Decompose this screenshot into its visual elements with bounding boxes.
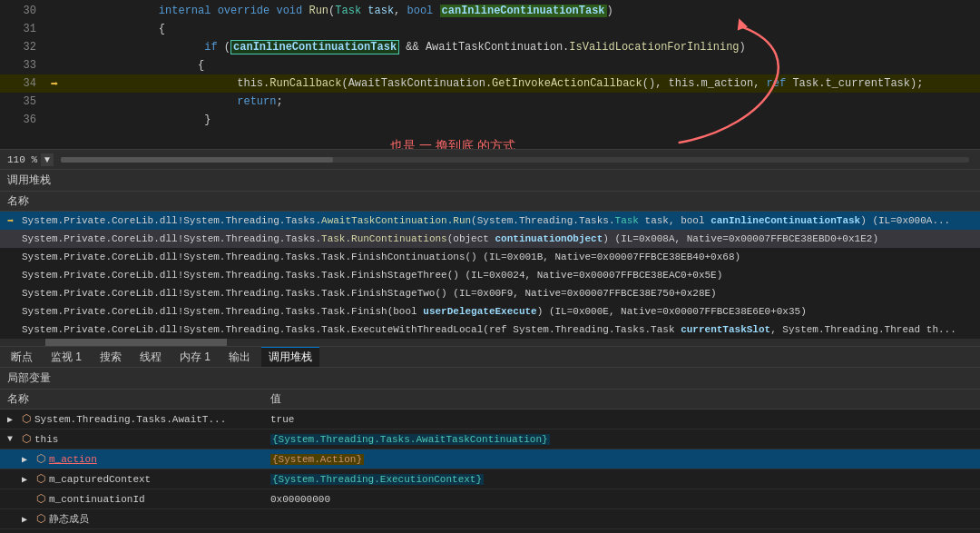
zoom-down-button[interactable]: ▼	[41, 153, 54, 166]
expand-icon-0[interactable]: ▶	[7, 414, 18, 425]
code-line-30: 30 internal override void Run(Task task,…	[0, 2, 980, 20]
stack-item-1[interactable]: System.Private.CoreLib.dll!System.Thread…	[0, 230, 980, 248]
tab-watch1[interactable]: 监视 1	[44, 347, 89, 367]
stack-item-2[interactable]: System.Private.CoreLib.dll!System.Thread…	[0, 248, 980, 266]
tab-memory1[interactable]: 内存 1	[172, 347, 218, 367]
callstack-col-name: 名称	[7, 193, 29, 209]
zoom-level: 110 %	[7, 154, 37, 165]
locals-name-1: ▼ ⬡ this	[0, 432, 263, 446]
locals-value-0: true	[263, 414, 980, 425]
locals-row-1[interactable]: ▼ ⬡ this {System.Threading.Tasks.AwaitTa…	[0, 429, 980, 449]
stack-item-5[interactable]: System.Private.CoreLib.dll!System.Thread…	[0, 302, 980, 321]
zoom-bar: 110 % ▼	[0, 150, 980, 170]
callstack-list: ➡ System.Private.CoreLib.dll!System.Thre…	[0, 212, 980, 339]
locals-value-1: {System.Threading.Tasks.AwaitTaskContinu…	[263, 434, 980, 445]
locals-val-1: {System.Threading.Tasks.AwaitTaskContinu…	[270, 434, 550, 445]
locals-name-5: ▶ ⬡ 静态成员	[0, 512, 263, 526]
locals-row-4[interactable]: ▶ ⬡ m_continuationId 0x00000000	[0, 489, 980, 509]
line-arrow-34: ➡	[45, 76, 64, 92]
stack-item-0[interactable]: ➡ System.Private.CoreLib.dll!System.Thre…	[0, 212, 980, 230]
annotation-text: 也是 一 撸到底 的方式	[390, 138, 515, 150]
locals-icon-2: ⬡	[36, 452, 45, 466]
locals-value-4: 0x00000000	[263, 494, 980, 505]
line-content-34: this.RunCallback(AwaitTaskContinuation.G…	[64, 74, 980, 93]
locals-label-0: System.Threading.Tasks.AwaitT...	[34, 414, 226, 425]
locals-icon-0: ⬡	[22, 412, 31, 426]
locals-val-3: {System.Threading.ExecutionContext}	[270, 474, 484, 485]
tab-breakpoints[interactable]: 断点	[4, 347, 40, 367]
line-content-33: {	[64, 56, 980, 74]
locals-header: 名称 值	[0, 390, 980, 410]
locals-val-0: true	[270, 414, 294, 425]
stack-text-6: System.Private.CoreLib.dll!System.Thread…	[22, 324, 956, 335]
code-lines: 30 internal override void Run(Task task,…	[0, 0, 980, 131]
tab-output[interactable]: 输出	[221, 347, 258, 367]
code-line-34: 34 ➡ this.RunCallback(AwaitTaskContinuat…	[0, 74, 980, 93]
locals-name-2: ▶ ⬡ m_action	[0, 452, 263, 466]
stack-text-5: System.Private.CoreLib.dll!System.Thread…	[22, 306, 807, 317]
line-num-30: 30	[0, 5, 45, 17]
code-line-35: 35 return;	[0, 93, 980, 111]
locals-title: 局部变量	[0, 368, 980, 390]
line-content-35: return;	[64, 93, 980, 111]
line-content-32: if (canInlineContinuationTask && AwaitTa…	[64, 38, 980, 56]
locals-row-0[interactable]: ▶ ⬡ System.Threading.Tasks.AwaitT... tru…	[0, 410, 980, 429]
code-line-33: 33 {	[0, 56, 980, 74]
locals-col-name: 名称	[0, 391, 263, 407]
callstack-panel: 调用堆栈 名称 ➡ System.Private.CoreLib.dll!Sys…	[0, 170, 980, 346]
tab-search[interactable]: 搜索	[93, 347, 129, 367]
locals-val-4: 0x00000000	[270, 494, 330, 505]
tab-callstack[interactable]: 调用堆栈	[261, 347, 319, 367]
callstack-header: 名称	[0, 192, 980, 212]
locals-name-4: ▶ ⬡ m_continuationId	[0, 492, 263, 506]
locals-value-2: {System.Action}	[263, 454, 980, 465]
callstack-title: 调用堆栈	[0, 170, 980, 192]
stack-text-0: System.Private.CoreLib.dll!System.Thread…	[22, 215, 950, 226]
code-line-32: 32 if (canInlineContinuationTask && Awai…	[0, 38, 980, 56]
locals-col-value: 值	[263, 391, 980, 407]
locals-row-3[interactable]: ▶ ⬡ m_capturedContext {System.Threading.…	[0, 469, 980, 489]
locals-icon-5: ⬡	[36, 512, 45, 526]
stack-text-2: System.Private.CoreLib.dll!System.Thread…	[22, 252, 740, 262]
expand-icon-1[interactable]: ▼	[7, 434, 18, 444]
code-line-36: 36 }	[0, 111, 980, 129]
tab-threads[interactable]: 线程	[132, 347, 169, 367]
stack-text-3: System.Private.CoreLib.dll!System.Thread…	[22, 270, 722, 281]
line-num-32: 32	[0, 41, 45, 54]
locals-name-0: ▶ ⬡ System.Threading.Tasks.AwaitT...	[0, 412, 263, 426]
line-num-35: 35	[0, 95, 45, 108]
callstack-scroll-thumb[interactable]	[45, 339, 227, 346]
locals-icon-4: ⬡	[36, 492, 45, 506]
locals-label-1: this	[34, 434, 58, 445]
locals-row-2[interactable]: ▶ ⬡ m_action {System.Action}	[0, 449, 980, 469]
line-num-33: 33	[0, 59, 45, 72]
stack-text-4: System.Private.CoreLib.dll!System.Thread…	[22, 288, 717, 299]
code-line-31: 31 {	[0, 20, 980, 38]
stack-item-6[interactable]: System.Private.CoreLib.dll!System.Thread…	[0, 321, 980, 339]
stack-item-4[interactable]: System.Private.CoreLib.dll!System.Thread…	[0, 284, 980, 302]
line-num-31: 31	[0, 23, 45, 35]
stack-item-3[interactable]: System.Private.CoreLib.dll!System.Thread…	[0, 266, 980, 284]
code-editor: 30 internal override void Run(Task task,…	[0, 0, 980, 150]
line-num-34: 34	[0, 77, 45, 90]
stack-arrow-0: ➡	[7, 214, 22, 228]
locals-label-5: 静态成员	[49, 512, 89, 526]
locals-row-5[interactable]: ▶ ⬡ 静态成员	[0, 509, 980, 529]
locals-label-3: m_capturedContext	[49, 474, 151, 485]
locals-value-3: {System.Threading.ExecutionContext}	[263, 474, 980, 485]
bottom-tab-bar: 断点 监视 1 搜索 线程 内存 1 输出 调用堆栈	[0, 346, 980, 368]
line-num-36: 36	[0, 114, 45, 126]
line-content-36: }	[64, 111, 980, 129]
locals-name-3: ▶ ⬡ m_capturedContext	[0, 472, 263, 486]
line-content-31: {	[64, 20, 980, 38]
expand-icon-2[interactable]: ▶	[22, 454, 33, 465]
locals-icon-1: ⬡	[22, 432, 31, 446]
line-content-30: internal override void Run(Task task, bo…	[64, 2, 980, 20]
expand-icon-3[interactable]: ▶	[22, 474, 33, 485]
expand-icon-5[interactable]: ▶	[22, 514, 33, 525]
stack-text-1: System.Private.CoreLib.dll!System.Thread…	[22, 233, 878, 244]
callstack-hscroll[interactable]	[0, 339, 980, 346]
locals-icon-3: ⬡	[36, 472, 45, 486]
locals-label-2: m_action	[49, 454, 97, 465]
locals-label-4: m_continuationId	[49, 494, 145, 505]
